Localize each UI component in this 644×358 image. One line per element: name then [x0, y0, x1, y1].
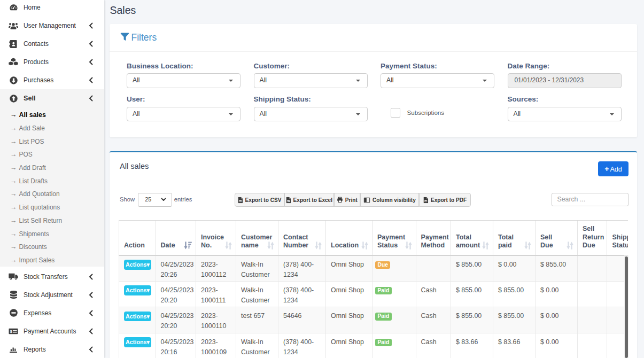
- svg-text:pd: pd: [424, 199, 427, 202]
- svg-text:x: x: [287, 199, 289, 202]
- svg-text:cs: cs: [239, 199, 242, 202]
